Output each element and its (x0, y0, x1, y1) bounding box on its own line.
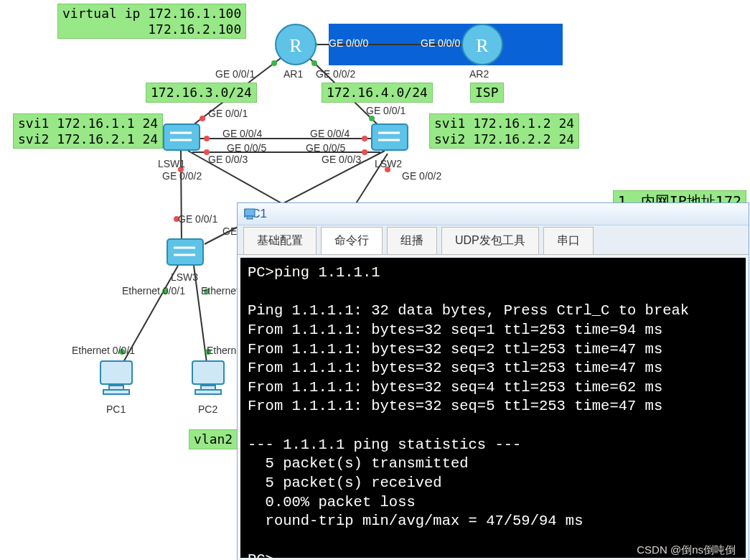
port-ar1-right: GE 0/0/2 (316, 68, 355, 80)
switch-lsw2-icon[interactable] (370, 122, 410, 155)
note-net-4: 172.16.4.0/24 (322, 83, 433, 103)
svg-rect-32 (164, 124, 200, 150)
port-lsw1-ge3: GE 0/0/3 (208, 154, 248, 165)
note-svi-right: svi1 172.16.1.2 24 svi2 172.16.2.2 24 (429, 113, 579, 149)
port-ar1-left: GE 0/0/1 (215, 68, 255, 80)
port-lsw3-e2: Ethernet (201, 285, 239, 297)
router-ar1-icon[interactable]: R (273, 22, 319, 67)
svg-text:R: R (476, 35, 489, 56)
note-net-3: 172.16.3.0/24 (146, 83, 257, 103)
switch-lsw1-label: LSW1 (158, 158, 185, 169)
note-vlan2: vlan2 (189, 429, 238, 449)
tab-basic[interactable]: 基础配置 (243, 227, 317, 254)
port-lsw3-e1: Ethernet 0/0/1 (122, 285, 185, 297)
svg-rect-42 (247, 216, 253, 219)
port-lsw2-ge4: GE 0/0/4 (310, 128, 350, 139)
port-lsw3-ge1: GE 0/0/1 (178, 213, 217, 225)
port-lsw2-ge2: GE 0/0/2 (402, 170, 441, 182)
tab-serial[interactable]: 串口 (543, 227, 594, 254)
port-lsw1-ge5: GE 0/0/5 (227, 142, 266, 154)
tab-multicast[interactable]: 组播 (387, 227, 437, 254)
switch-lsw2-label: LSW2 (375, 158, 402, 169)
pc1-window[interactable]: PC1 基础配置 命令行 组播 UDP发包工具 串口 PC>ping 1.1.1… (237, 202, 749, 560)
pc1-titlebar[interactable]: PC1 (238, 203, 749, 225)
note-virtual-ip: virtual ip 172.16.1.100 172.16.2.100 (57, 4, 246, 39)
svg-rect-40 (195, 390, 221, 394)
port-pc2-e: Ethern (207, 345, 236, 356)
svg-text:R: R (289, 35, 302, 56)
port-ar1-e000: GE 0/0/0 (329, 37, 368, 49)
svg-point-17 (204, 136, 210, 141)
router-ar2-icon[interactable]: R (459, 22, 505, 67)
switch-lsw3-label: LSW3 (171, 271, 198, 283)
port-lsw1-ge4: GE 0/0/4 (222, 128, 262, 139)
svg-point-16 (369, 116, 375, 121)
tab-udp[interactable]: UDP发包工具 (441, 227, 539, 254)
svg-rect-38 (192, 361, 224, 384)
note-svi-left: svi1 172.16.1.1 24 svi2 172.16.2.1 24 (13, 113, 163, 149)
pc1-icon[interactable] (93, 355, 139, 401)
svg-rect-35 (100, 361, 132, 384)
svg-point-20 (362, 149, 367, 155)
router-ar2-label: AR2 (469, 68, 489, 80)
note-isp: ISP (470, 83, 504, 103)
pc1-terminal[interactable]: PC>ping 1.1.1.1 Ping 1.1.1.1: 32 data by… (240, 258, 746, 558)
port-lsw2-ge5: GE 0/0/5 (306, 142, 345, 154)
pc1-tabs: 基础配置 命令行 组播 UDP发包工具 串口 (238, 225, 749, 255)
port-ar2-e000: GE 0/0/0 (421, 37, 460, 49)
svg-rect-37 (103, 390, 129, 394)
tab-cli[interactable]: 命令行 (321, 227, 383, 254)
pc2-label: PC2 (198, 403, 217, 415)
svg-point-18 (362, 136, 367, 141)
topology-canvas: virtual ip 172.16.1.100 172.16.2.100 172… (0, 0, 750, 560)
svg-rect-41 (245, 209, 255, 216)
router-ar1-label: AR1 (283, 68, 303, 80)
port-lsw3-ge2: GE (222, 225, 237, 237)
pc1-label: PC1 (106, 403, 126, 415)
svg-rect-33 (372, 124, 408, 150)
svg-point-15 (200, 116, 205, 121)
port-lsw1-up: GE 0/0/1 (208, 108, 248, 119)
svg-rect-34 (167, 239, 203, 265)
app-icon (243, 207, 256, 220)
pc2-icon[interactable] (185, 355, 231, 401)
port-lsw2-up: GE 0/0/1 (366, 105, 406, 116)
port-lsw1-ge2: GE 0/0/2 (162, 170, 202, 182)
switch-lsw3-icon[interactable] (165, 237, 205, 270)
switch-lsw1-icon[interactable] (161, 122, 202, 155)
port-pc1-e: Ethernet 0/0/1 (72, 345, 135, 356)
port-lsw2-ge3: GE 0/0/3 (322, 154, 361, 165)
